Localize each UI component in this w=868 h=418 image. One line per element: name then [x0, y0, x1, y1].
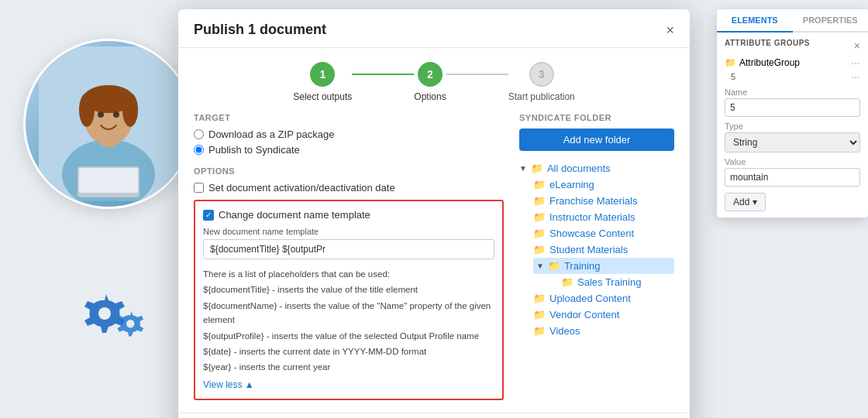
- folder-label: Showcase Content: [549, 228, 634, 239]
- folder-label: Franchise Materials: [549, 195, 637, 207]
- attr-group-name: AttributeGroup: [739, 57, 800, 68]
- step-3: 3 Start publication: [508, 62, 575, 102]
- step-1-label: Select outputs: [293, 91, 352, 102]
- folder-label: All documents: [547, 163, 611, 174]
- step-2-circle: 2: [418, 62, 443, 87]
- svg-point-7: [98, 111, 104, 118]
- radio-syndicate-input[interactable]: [194, 145, 204, 155]
- step-2-label: Options: [414, 91, 446, 102]
- folder-instructor[interactable]: 📁 Instructor Materials: [533, 209, 674, 225]
- svg-point-8: [113, 111, 119, 118]
- name-field-input[interactable]: [725, 98, 860, 117]
- attr-count-dots[interactable]: ···: [851, 70, 860, 83]
- folder-label: Instructor Materials: [549, 211, 636, 223]
- step-3-label: Start publication: [508, 91, 575, 102]
- background-person-image: [23, 39, 194, 209]
- modal-title: Publish 1 document: [194, 22, 326, 38]
- folder-label: Videos: [549, 325, 580, 337]
- folder-icon: 📁: [533, 195, 546, 207]
- folder-icon: 📁: [533, 293, 546, 304]
- tab-elements[interactable]: ELEMENTS: [717, 9, 793, 33]
- folder-label: Training: [564, 260, 600, 272]
- attr-count-row: 5 ···: [725, 70, 860, 83]
- folder-icon: 📁: [533, 179, 546, 190]
- folder-label: Vendor Content: [549, 309, 619, 320]
- side-panel-close-button[interactable]: ×: [854, 40, 860, 51]
- modal-body: Target Download as a ZIP package Publish…: [178, 113, 690, 413]
- folder-tree: ▼ 📁 All documents 📁 eLearning 📁 Franchis…: [519, 160, 674, 339]
- svg-point-11: [98, 307, 111, 320]
- step-1-circle: 1: [310, 62, 335, 87]
- type-field-label: Type: [725, 122, 860, 131]
- side-tabs: ELEMENTS PROPERTIES: [717, 9, 868, 33]
- folder-showcase[interactable]: 📁 Showcase Content: [533, 225, 674, 242]
- folder-student[interactable]: 📁 Student Materials: [533, 242, 674, 258]
- folder-icon: 📁: [533, 244, 546, 255]
- svg-point-6: [122, 93, 138, 127]
- tab-properties[interactable]: PROPERTIES: [793, 9, 869, 33]
- syndicate-label: Syndicate folder: [519, 113, 674, 122]
- placeholder-info: There is a list of placeholders that can…: [203, 267, 494, 375]
- modal-header: Publish 1 document ×: [178, 9, 690, 48]
- folder-icon: 📁: [533, 325, 546, 337]
- checkbox-checked-icon: ✓: [203, 210, 214, 221]
- radio-zip-input[interactable]: [194, 129, 204, 139]
- folder-franchise[interactable]: 📁 Franchise Materials: [533, 193, 674, 209]
- folder-elearning[interactable]: 📁 eLearning: [533, 176, 674, 193]
- target-section-label: Target: [194, 113, 504, 122]
- folder-vendor[interactable]: 📁 Vendor Content: [533, 307, 674, 323]
- template-input[interactable]: [203, 239, 494, 259]
- gear-decoration: [78, 286, 147, 344]
- folder-icon: 📁: [533, 211, 546, 223]
- folder-label: Sales Training: [577, 276, 641, 288]
- attr-folder-icon: 📁: [725, 57, 736, 68]
- attr-group-dots[interactable]: ···: [851, 57, 860, 69]
- folder-arrow-icon: ▼: [536, 262, 544, 270]
- step-2: 2 Options: [414, 62, 446, 102]
- modal-footer: Back Continue Cancel: [178, 413, 690, 418]
- folder-all-docs[interactable]: ▼ 📁 All documents: [519, 160, 674, 176]
- folder-training[interactable]: ▼ 📁 Training: [533, 258, 674, 274]
- highlight-box: ✓ Change document name template New docu…: [194, 200, 504, 400]
- value-field-input[interactable]: [725, 168, 860, 187]
- publish-modal: Publish 1 document × 1 Select outputs 2 …: [178, 9, 690, 418]
- folder-icon: 📁: [533, 309, 546, 320]
- svg-point-12: [126, 320, 134, 327]
- sub-folder-training: 📁 Sales Training: [561, 274, 674, 290]
- svg-point-5: [79, 93, 95, 127]
- type-field-select[interactable]: String Integer Boolean Date: [725, 132, 860, 152]
- add-button[interactable]: Add ▾: [725, 193, 766, 211]
- folder-label: Student Materials: [549, 244, 628, 255]
- modal-close-button[interactable]: ×: [666, 23, 674, 37]
- radio-zip[interactable]: Download as a ZIP package: [194, 128, 504, 140]
- step-3-circle: 3: [529, 62, 554, 87]
- radio-syndicate[interactable]: Publish to Syndicate: [194, 144, 504, 156]
- attr-group-row: 📁 AttributeGroup ···: [725, 57, 860, 69]
- checkbox-activation[interactable]: Set document activation/deactivation dat…: [194, 182, 504, 194]
- left-panel: Target Download as a ZIP package Publish…: [194, 113, 504, 400]
- attr-count: 5: [731, 72, 735, 81]
- checkbox-activation-input[interactable]: [194, 183, 204, 193]
- folder-open-icon: 📁: [548, 260, 560, 272]
- folder-sales-training[interactable]: 📁 Sales Training: [561, 274, 674, 290]
- sub-folder-group: 📁 eLearning 📁 Franchise Materials 📁 Inst…: [533, 176, 674, 339]
- value-field-label: Value: [725, 157, 860, 166]
- folder-icon: 📁: [533, 228, 546, 239]
- folder-videos[interactable]: 📁 Videos: [533, 323, 674, 339]
- stepper: 1 Select outputs 2 Options 3 Start publi…: [178, 48, 690, 113]
- target-radio-group: Download as a ZIP package Publish to Syn…: [194, 128, 504, 156]
- folder-uploaded[interactable]: 📁 Uploaded Content: [533, 290, 674, 307]
- name-field-label: Name: [725, 87, 860, 97]
- right-panel: Syndicate folder Add new folder ▼ 📁 All …: [519, 113, 674, 400]
- view-less-link[interactable]: View less ▲: [203, 379, 254, 390]
- side-panel-body: ATTRIBUTE GROUPS × 📁 AttributeGroup ··· …: [717, 33, 868, 218]
- folder-label: Uploaded Content: [549, 293, 631, 304]
- step-connector-2: [446, 74, 508, 75]
- options-section-label: Options: [194, 166, 504, 176]
- attr-groups-title: ATTRIBUTE GROUPS: [725, 39, 810, 47]
- add-new-folder-button[interactable]: Add new folder: [519, 128, 674, 151]
- folder-icon: 📁: [561, 276, 574, 288]
- side-panel: ELEMENTS PROPERTIES ATTRIBUTE GROUPS × 📁…: [717, 9, 868, 218]
- folder-open-icon: 📁: [531, 163, 543, 174]
- svg-rect-10: [79, 168, 138, 193]
